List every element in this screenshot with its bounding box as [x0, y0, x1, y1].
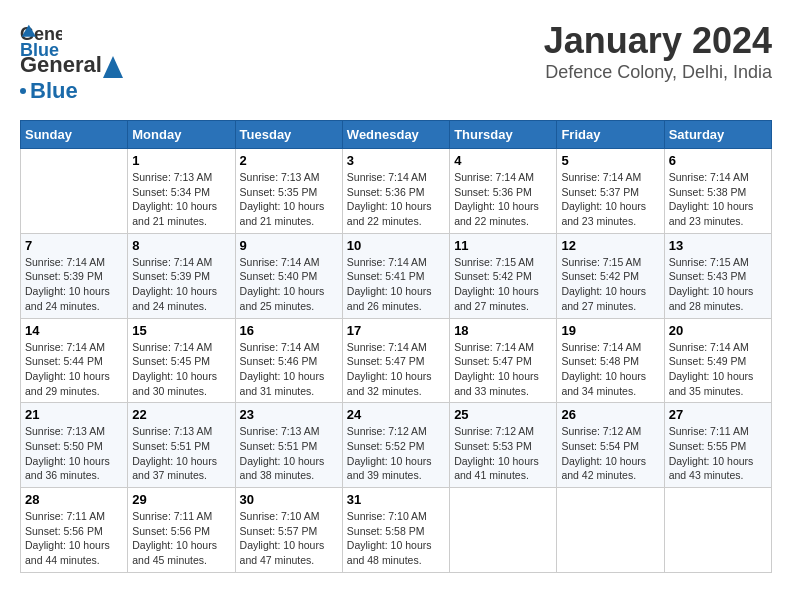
day-number: 21 — [25, 407, 123, 422]
week-row-1: 1Sunrise: 7:13 AM Sunset: 5:34 PM Daylig… — [21, 149, 772, 234]
day-info: Sunrise: 7:10 AM Sunset: 5:57 PM Dayligh… — [240, 509, 338, 568]
day-info: Sunrise: 7:13 AM Sunset: 5:34 PM Dayligh… — [132, 170, 230, 229]
calendar-cell: 18Sunrise: 7:14 AM Sunset: 5:47 PM Dayli… — [450, 318, 557, 403]
calendar-cell: 24Sunrise: 7:12 AM Sunset: 5:52 PM Dayli… — [342, 403, 449, 488]
header-monday: Monday — [128, 121, 235, 149]
day-number: 20 — [669, 323, 767, 338]
calendar-cell: 3Sunrise: 7:14 AM Sunset: 5:36 PM Daylig… — [342, 149, 449, 234]
calendar-cell: 7Sunrise: 7:14 AM Sunset: 5:39 PM Daylig… — [21, 233, 128, 318]
header-saturday: Saturday — [664, 121, 771, 149]
calendar-cell: 21Sunrise: 7:13 AM Sunset: 5:50 PM Dayli… — [21, 403, 128, 488]
logo: General Blue General Blue — [20, 20, 123, 104]
day-info: Sunrise: 7:14 AM Sunset: 5:40 PM Dayligh… — [240, 255, 338, 314]
header-thursday: Thursday — [450, 121, 557, 149]
day-number: 15 — [132, 323, 230, 338]
day-number: 16 — [240, 323, 338, 338]
week-row-4: 21Sunrise: 7:13 AM Sunset: 5:50 PM Dayli… — [21, 403, 772, 488]
calendar-cell: 4Sunrise: 7:14 AM Sunset: 5:36 PM Daylig… — [450, 149, 557, 234]
calendar-cell — [21, 149, 128, 234]
day-info: Sunrise: 7:10 AM Sunset: 5:58 PM Dayligh… — [347, 509, 445, 568]
day-number: 25 — [454, 407, 552, 422]
logo-dot — [20, 88, 26, 94]
day-info: Sunrise: 7:12 AM Sunset: 5:53 PM Dayligh… — [454, 424, 552, 483]
day-number: 4 — [454, 153, 552, 168]
calendar-cell: 29Sunrise: 7:11 AM Sunset: 5:56 PM Dayli… — [128, 488, 235, 573]
day-number: 8 — [132, 238, 230, 253]
svg-marker-3 — [103, 56, 123, 78]
calendar-cell: 27Sunrise: 7:11 AM Sunset: 5:55 PM Dayli… — [664, 403, 771, 488]
day-info: Sunrise: 7:14 AM Sunset: 5:47 PM Dayligh… — [347, 340, 445, 399]
calendar-cell: 15Sunrise: 7:14 AM Sunset: 5:45 PM Dayli… — [128, 318, 235, 403]
day-number: 11 — [454, 238, 552, 253]
week-row-3: 14Sunrise: 7:14 AM Sunset: 5:44 PM Dayli… — [21, 318, 772, 403]
day-number: 6 — [669, 153, 767, 168]
calendar-cell: 13Sunrise: 7:15 AM Sunset: 5:43 PM Dayli… — [664, 233, 771, 318]
calendar-cell: 9Sunrise: 7:14 AM Sunset: 5:40 PM Daylig… — [235, 233, 342, 318]
calendar-cell — [450, 488, 557, 573]
day-info: Sunrise: 7:12 AM Sunset: 5:54 PM Dayligh… — [561, 424, 659, 483]
day-number: 5 — [561, 153, 659, 168]
day-number: 1 — [132, 153, 230, 168]
day-info: Sunrise: 7:14 AM Sunset: 5:45 PM Dayligh… — [132, 340, 230, 399]
day-info: Sunrise: 7:13 AM Sunset: 5:51 PM Dayligh… — [132, 424, 230, 483]
day-info: Sunrise: 7:14 AM Sunset: 5:38 PM Dayligh… — [669, 170, 767, 229]
day-number: 19 — [561, 323, 659, 338]
calendar-cell: 22Sunrise: 7:13 AM Sunset: 5:51 PM Dayli… — [128, 403, 235, 488]
day-number: 29 — [132, 492, 230, 507]
week-row-2: 7Sunrise: 7:14 AM Sunset: 5:39 PM Daylig… — [21, 233, 772, 318]
header-sunday: Sunday — [21, 121, 128, 149]
day-number: 23 — [240, 407, 338, 422]
day-number: 26 — [561, 407, 659, 422]
day-number: 14 — [25, 323, 123, 338]
calendar-cell: 10Sunrise: 7:14 AM Sunset: 5:41 PM Dayli… — [342, 233, 449, 318]
day-info: Sunrise: 7:14 AM Sunset: 5:36 PM Dayligh… — [347, 170, 445, 229]
calendar-cell: 1Sunrise: 7:13 AM Sunset: 5:34 PM Daylig… — [128, 149, 235, 234]
title-block: January 2024 Defence Colony, Delhi, Indi… — [544, 20, 772, 83]
day-number: 7 — [25, 238, 123, 253]
header-tuesday: Tuesday — [235, 121, 342, 149]
calendar-cell: 30Sunrise: 7:10 AM Sunset: 5:57 PM Dayli… — [235, 488, 342, 573]
page-header: General Blue General Blue January 2024 D… — [20, 20, 772, 104]
day-info: Sunrise: 7:11 AM Sunset: 5:56 PM Dayligh… — [25, 509, 123, 568]
week-row-5: 28Sunrise: 7:11 AM Sunset: 5:56 PM Dayli… — [21, 488, 772, 573]
day-number: 31 — [347, 492, 445, 507]
header-friday: Friday — [557, 121, 664, 149]
day-info: Sunrise: 7:15 AM Sunset: 5:42 PM Dayligh… — [561, 255, 659, 314]
calendar-cell: 19Sunrise: 7:14 AM Sunset: 5:48 PM Dayli… — [557, 318, 664, 403]
day-info: Sunrise: 7:12 AM Sunset: 5:52 PM Dayligh… — [347, 424, 445, 483]
day-number: 18 — [454, 323, 552, 338]
calendar-cell: 8Sunrise: 7:14 AM Sunset: 5:39 PM Daylig… — [128, 233, 235, 318]
calendar-cell: 31Sunrise: 7:10 AM Sunset: 5:58 PM Dayli… — [342, 488, 449, 573]
day-number: 17 — [347, 323, 445, 338]
day-info: Sunrise: 7:14 AM Sunset: 5:44 PM Dayligh… — [25, 340, 123, 399]
calendar-table: SundayMondayTuesdayWednesdayThursdayFrid… — [20, 120, 772, 573]
calendar-cell: 6Sunrise: 7:14 AM Sunset: 5:38 PM Daylig… — [664, 149, 771, 234]
calendar-cell: 2Sunrise: 7:13 AM Sunset: 5:35 PM Daylig… — [235, 149, 342, 234]
day-info: Sunrise: 7:14 AM Sunset: 5:41 PM Dayligh… — [347, 255, 445, 314]
day-number: 10 — [347, 238, 445, 253]
page-subtitle: Defence Colony, Delhi, India — [544, 62, 772, 83]
header-wednesday: Wednesday — [342, 121, 449, 149]
calendar-cell: 17Sunrise: 7:14 AM Sunset: 5:47 PM Dayli… — [342, 318, 449, 403]
day-number: 9 — [240, 238, 338, 253]
day-number: 13 — [669, 238, 767, 253]
day-info: Sunrise: 7:14 AM Sunset: 5:37 PM Dayligh… — [561, 170, 659, 229]
calendar-cell: 25Sunrise: 7:12 AM Sunset: 5:53 PM Dayli… — [450, 403, 557, 488]
calendar-cell: 16Sunrise: 7:14 AM Sunset: 5:46 PM Dayli… — [235, 318, 342, 403]
day-info: Sunrise: 7:15 AM Sunset: 5:42 PM Dayligh… — [454, 255, 552, 314]
day-info: Sunrise: 7:14 AM Sunset: 5:39 PM Dayligh… — [132, 255, 230, 314]
day-info: Sunrise: 7:14 AM Sunset: 5:47 PM Dayligh… — [454, 340, 552, 399]
logo-blue: Blue — [30, 78, 78, 104]
calendar-cell: 14Sunrise: 7:14 AM Sunset: 5:44 PM Dayli… — [21, 318, 128, 403]
day-info: Sunrise: 7:11 AM Sunset: 5:55 PM Dayligh… — [669, 424, 767, 483]
calendar-cell: 26Sunrise: 7:12 AM Sunset: 5:54 PM Dayli… — [557, 403, 664, 488]
logo-general: General — [20, 52, 102, 78]
logo-arrow-icon — [103, 56, 123, 78]
day-info: Sunrise: 7:14 AM Sunset: 5:39 PM Dayligh… — [25, 255, 123, 314]
calendar-cell: 5Sunrise: 7:14 AM Sunset: 5:37 PM Daylig… — [557, 149, 664, 234]
calendar-cell: 20Sunrise: 7:14 AM Sunset: 5:49 PM Dayli… — [664, 318, 771, 403]
calendar-cell: 23Sunrise: 7:13 AM Sunset: 5:51 PM Dayli… — [235, 403, 342, 488]
day-info: Sunrise: 7:15 AM Sunset: 5:43 PM Dayligh… — [669, 255, 767, 314]
day-number: 12 — [561, 238, 659, 253]
calendar-cell: 28Sunrise: 7:11 AM Sunset: 5:56 PM Dayli… — [21, 488, 128, 573]
